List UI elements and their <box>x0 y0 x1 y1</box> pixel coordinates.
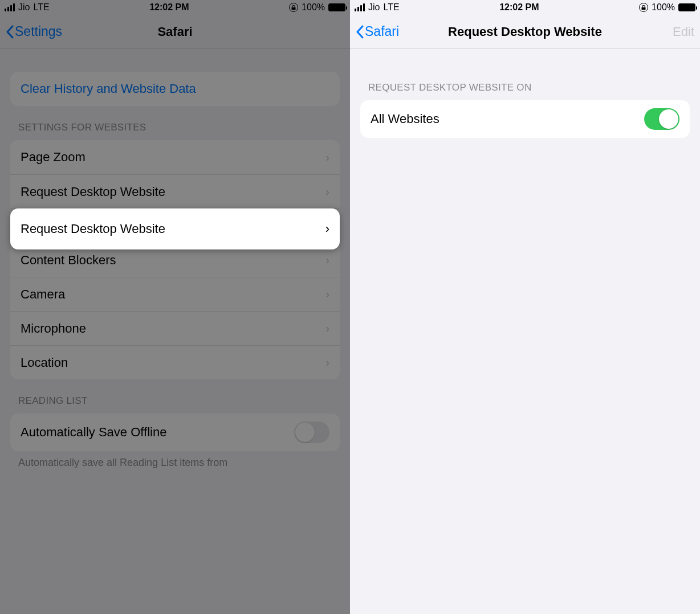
battery-pct: 100% <box>652 2 675 13</box>
chevron-left-icon <box>356 25 364 39</box>
group-desktop-on: REQUEST DESKTOP WEBSITE ON All Websites <box>360 82 690 138</box>
label-content-blockers: Content Blockers <box>21 253 116 268</box>
row-request-desktop[interactable]: Request Desktop Website › <box>10 174 340 208</box>
reading-list-footer: Automatically save all Reading List item… <box>10 451 340 469</box>
signal-icon <box>5 3 15 11</box>
row-all-websites[interactable]: All Websites <box>360 100 690 138</box>
label-microphone: Microphone <box>21 321 86 336</box>
nav-bar: Settings Safari <box>0 15 350 49</box>
chevron-right-icon: › <box>325 151 329 164</box>
back-button[interactable]: Settings <box>6 24 62 39</box>
battery-pct: 100% <box>302 2 325 13</box>
row-page-zoom[interactable]: Page Zoom › <box>10 140 340 174</box>
nav-bar: Safari Request Desktop Website Edit <box>350 15 700 49</box>
chevron-right-icon: › <box>325 356 329 369</box>
group-clear-history: Clear History and Website Data <box>10 72 340 106</box>
chevron-right-icon: › <box>325 222 329 236</box>
battery-icon <box>328 3 345 11</box>
back-label: Settings <box>15 24 62 39</box>
label-page-zoom: Page Zoom <box>21 150 86 165</box>
status-right: 100% <box>289 2 345 13</box>
toggle-all-websites[interactable] <box>644 108 679 130</box>
content: REQUEST DESKTOP WEBSITE ON All Websites <box>350 49 700 138</box>
status-time: 12:02 PM <box>149 2 189 13</box>
highlight-request-desktop[interactable]: Request Desktop Website › <box>10 208 340 249</box>
clear-history-row[interactable]: Clear History and Website Data <box>10 72 340 106</box>
edit-label: Edit <box>673 24 694 39</box>
orientation-lock-icon <box>289 3 298 12</box>
orientation-lock-icon <box>639 3 648 12</box>
status-left: Jio LTE <box>355 2 400 13</box>
chevron-left-icon <box>6 25 14 39</box>
back-label: Safari <box>365 24 399 39</box>
label-camera: Camera <box>21 287 65 302</box>
label-auto-save-offline: Automatically Save Offline <box>21 425 166 440</box>
chevron-right-icon: › <box>325 322 329 335</box>
network-label: LTE <box>383 2 399 13</box>
label-all-websites: All Websites <box>371 112 439 126</box>
phone-right: Jio LTE 12:02 PM 100% Safari Request Des… <box>350 0 700 614</box>
page-title: Request Desktop Website <box>350 24 700 39</box>
chevron-right-icon: › <box>325 253 329 267</box>
chevron-right-icon: › <box>325 288 329 301</box>
back-button[interactable]: Safari <box>356 24 399 39</box>
carrier-label: Jio <box>18 2 30 13</box>
chevron-right-icon: › <box>325 185 329 198</box>
row-camera[interactable]: Camera › <box>10 277 340 311</box>
reading-list-header: READING LIST <box>10 395 340 414</box>
edit-button[interactable]: Edit <box>673 24 694 39</box>
battery-icon <box>678 3 695 11</box>
toggle-auto-save-offline[interactable] <box>294 421 329 443</box>
clear-history-label: Clear History and Website Data <box>21 81 196 96</box>
settings-header: SETTINGS FOR WEBSITES <box>10 122 340 140</box>
label-request-desktop: Request Desktop Website <box>21 185 165 199</box>
content: Clear History and Website Data SETTINGS … <box>0 49 350 469</box>
row-microphone[interactable]: Microphone › <box>10 311 340 345</box>
row-auto-save-offline[interactable]: Automatically Save Offline <box>10 414 340 451</box>
highlight-label: Request Desktop Website <box>21 222 165 236</box>
status-right: 100% <box>639 2 695 13</box>
signal-icon <box>355 3 365 11</box>
group-settings-websites: SETTINGS FOR WEBSITES Page Zoom › Reques… <box>10 122 340 379</box>
status-bar: Jio LTE 12:02 PM 100% <box>350 0 700 15</box>
phone-left: Jio LTE 12:02 PM 100% Settings Safari Cl… <box>0 0 350 614</box>
section-header: REQUEST DESKTOP WEBSITE ON <box>360 82 690 100</box>
carrier-label: Jio <box>368 2 380 13</box>
status-left: Jio LTE <box>5 2 50 13</box>
group-reading-list: READING LIST Automatically Save Offline … <box>10 395 340 469</box>
row-location[interactable]: Location › <box>10 345 340 379</box>
status-bar: Jio LTE 12:02 PM 100% <box>0 0 350 15</box>
status-time: 12:02 PM <box>499 2 539 13</box>
label-location: Location <box>21 355 68 370</box>
network-label: LTE <box>33 2 49 13</box>
